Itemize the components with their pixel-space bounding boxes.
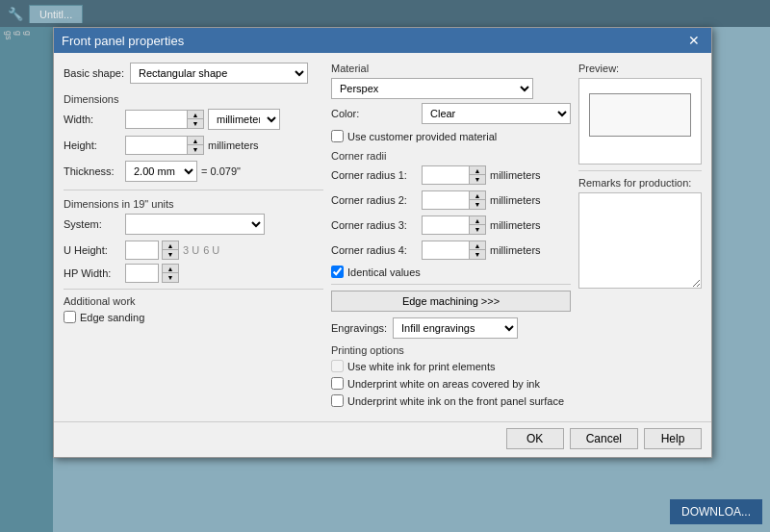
radius3-down[interactable]: ▼ (470, 225, 485, 234)
side-label-2: g (13, 31, 23, 40)
edge-machining-button[interactable]: Edge machining >>> (331, 291, 571, 312)
radius3-arrows: ▲ ▼ (469, 215, 486, 235)
hp-width-down[interactable]: ▼ (163, 273, 178, 282)
radius1-label: Corner radius 1: (331, 169, 418, 181)
white-ink-checkbox[interactable] (331, 360, 344, 372)
radius1-spinner: 0.00 ▲ ▼ (422, 165, 486, 185)
thickness-inch: = 0.079" (201, 165, 241, 177)
hp-width-label: HP Width: (64, 267, 121, 279)
preview-label: Preview: (578, 63, 702, 74)
radius4-up[interactable]: ▲ (470, 241, 485, 250)
white-ink-label: Use white ink for print elements (347, 361, 495, 372)
width-row: Width: 248.00 ▲ ▼ millimeters (64, 109, 323, 130)
radius2-row: Corner radius 2: 0.00 ▲ ▼ millimeters (331, 190, 571, 210)
height-arrows: ▲ ▼ (187, 136, 204, 155)
radius1-down[interactable]: ▼ (470, 175, 485, 184)
white-ink-row: Use white ink for print elements (331, 360, 571, 372)
ok-button[interactable]: OK (506, 428, 564, 449)
height-input[interactable]: 76.00 (125, 136, 188, 155)
material-section: Material Perspex Color: Clear Use custom… (331, 63, 571, 142)
u-height-down[interactable]: ▼ (163, 250, 178, 259)
height-unit: millimeters (208, 139, 259, 151)
height-row: Height: 76.00 ▲ ▼ millimeters (64, 136, 323, 155)
radius4-down[interactable]: ▼ (470, 250, 485, 259)
thickness-row: Thickness: 2.00 mm = 0.079" (64, 161, 323, 182)
width-down[interactable]: ▼ (188, 119, 203, 128)
thickness-select[interactable]: 2.00 mm (125, 161, 197, 182)
radius3-label: Corner radius 3: (331, 219, 418, 231)
edge-sanding-row: Edge sanding (64, 311, 323, 323)
edge-sanding-checkbox[interactable] (64, 311, 76, 323)
system-label: System: (64, 218, 121, 230)
side-labels: gs g g (0, 27, 37, 63)
u-height-up[interactable]: ▲ (163, 241, 178, 250)
width-input[interactable]: 248.00 (125, 110, 188, 129)
radius2-down[interactable]: ▼ (470, 200, 485, 209)
underprint1-row: Underprint white on areas covered by ink (331, 377, 571, 390)
material-select[interactable]: Perspex (331, 78, 533, 99)
left-panel: Basic shape: Rectangular shape Dimension… (64, 63, 323, 412)
button-row: OK Cancel Help (54, 421, 711, 457)
additional-work-label: Additional work (64, 295, 323, 307)
radius3-input[interactable]: 0.00 (422, 215, 470, 235)
customer-material-row: Use customer provided material (331, 130, 571, 142)
printing-label: Printing options (331, 344, 571, 356)
help-button[interactable]: Help (644, 428, 702, 449)
system-select[interactable] (125, 214, 265, 235)
cancel-button[interactable]: Cancel (570, 428, 638, 449)
engravings-label: Engravings: (331, 322, 389, 334)
top-bar: 🔧 Untitl... (0, 0, 770, 27)
radius3-row: Corner radius 3: 0.00 ▲ ▼ millimeters (331, 215, 571, 235)
u-height-input[interactable]: 0 (125, 241, 159, 260)
radius2-up[interactable]: ▲ (470, 191, 485, 200)
remarks-textarea[interactable] (578, 192, 702, 289)
top-tab[interactable]: Untitl... (29, 5, 83, 23)
radius3-up[interactable]: ▲ (470, 216, 485, 225)
dimensions-label: Dimensions (64, 93, 323, 105)
side-label-1: gs (4, 31, 13, 40)
height-down[interactable]: ▼ (188, 145, 203, 154)
dialog-close-button[interactable]: ✕ (684, 33, 704, 48)
hp-width-arrows: ▲ ▼ (162, 264, 179, 283)
basic-shape-select[interactable]: Rectangular shape (130, 63, 308, 84)
width-spinner: 248.00 ▲ ▼ (125, 110, 204, 129)
width-unit-select[interactable]: millimeters (208, 109, 280, 130)
edge-sanding-label: Edge sanding (80, 312, 144, 323)
underprint1-checkbox[interactable] (331, 377, 344, 390)
download-button[interactable]: DOWNLOA... (670, 499, 762, 524)
height-label: Height: (64, 139, 121, 151)
dims19-label: Dimensions in 19" units (64, 198, 323, 210)
radius1-up[interactable]: ▲ (470, 166, 485, 175)
radius2-input[interactable]: 0.00 (422, 190, 470, 210)
dimensions-section: Dimensions Width: 248.00 ▲ ▼ millimeters (64, 93, 323, 182)
radius4-label: Corner radius 4: (331, 244, 418, 256)
preview-box (578, 78, 702, 165)
radius4-input[interactable]: 0.00 (422, 241, 470, 260)
u-height-arrows: ▲ ▼ (162, 241, 179, 260)
width-up[interactable]: ▲ (188, 111, 203, 119)
color-row: Color: Clear (331, 103, 571, 124)
corner-radii-label: Corner radii (331, 150, 571, 162)
u-height-label: U Height: (64, 244, 121, 256)
identical-values-checkbox[interactable] (331, 266, 344, 278)
hp-width-input[interactable]: 0 (125, 264, 159, 283)
underprint2-row: Underprint white ink on the front panel … (331, 394, 571, 407)
radius4-unit: millimeters (490, 244, 541, 256)
customer-material-checkbox[interactable] (331, 130, 344, 142)
radius2-label: Corner radius 2: (331, 194, 418, 206)
radius1-input[interactable]: 0.00 (422, 165, 470, 185)
radius1-unit: millimeters (490, 169, 541, 181)
radius1-row: Corner radius 1: 0.00 ▲ ▼ millimeters (331, 165, 571, 185)
engravings-select[interactable]: Infill engravings (393, 317, 518, 339)
side-label-3: g (23, 31, 33, 60)
underprint1-label: Underprint white on areas covered by ink (347, 378, 540, 390)
width-arrows: ▲ ▼ (187, 110, 204, 129)
radius2-spinner: 0.00 ▲ ▼ (422, 190, 486, 210)
height-up[interactable]: ▲ (188, 137, 203, 145)
width-label: Width: (64, 114, 121, 125)
underprint2-checkbox[interactable] (331, 394, 344, 407)
color-label: Color: (331, 108, 418, 119)
color-select[interactable]: Clear (422, 103, 571, 124)
basic-shape-row: Basic shape: Rectangular shape (64, 63, 323, 84)
hp-width-up[interactable]: ▲ (163, 265, 178, 273)
